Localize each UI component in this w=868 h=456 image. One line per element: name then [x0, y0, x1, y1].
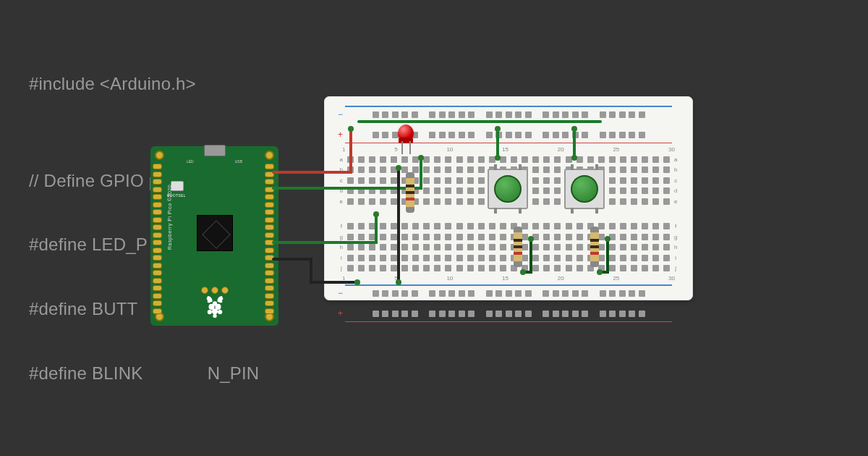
svg-point-5 — [218, 310, 222, 314]
pico-usb-port — [204, 145, 226, 156]
pico-pin[interactable] — [265, 217, 274, 223]
svg-point-2 — [212, 301, 216, 305]
raspberry-pi-logo-icon — [204, 294, 226, 318]
breadboard-column-numbers-bottom: 151015202530 — [339, 275, 678, 282]
pico-usb-label: USB — [235, 159, 242, 164]
pico-pin[interactable] — [265, 202, 274, 208]
pico-pin[interactable] — [265, 263, 274, 269]
pico-pin[interactable] — [153, 202, 162, 208]
pico-bootsel-button[interactable] — [171, 181, 184, 191]
pico-pin[interactable] — [153, 209, 162, 215]
pico-pin[interactable] — [265, 308, 274, 314]
pico-pin[interactable] — [265, 209, 274, 215]
breadboard-terminal-strip-bottom[interactable]: ffgghhiijj — [339, 221, 678, 274]
raspberry-pi-pico-board[interactable]: LED USB BOOTSEL Raspberry Pi Pico ©2020 — [150, 146, 278, 326]
pico-pin[interactable] — [153, 179, 162, 185]
pico-pin[interactable] — [153, 300, 162, 306]
pico-pin[interactable] — [153, 164, 162, 169]
pico-pin[interactable] — [265, 300, 274, 306]
svg-point-6 — [213, 314, 216, 318]
pico-pin[interactable] — [265, 179, 274, 185]
pico-pin[interactable] — [153, 224, 162, 230]
pico-pin[interactable] — [265, 164, 274, 169]
pico-pin[interactable] — [153, 217, 162, 223]
pico-pin[interactable] — [153, 255, 162, 261]
pico-mounting-hole — [265, 151, 274, 160]
svg-point-4 — [207, 310, 211, 314]
pico-pin[interactable] — [265, 240, 274, 245]
pico-pin[interactable] — [265, 248, 274, 253]
pico-pin[interactable] — [265, 224, 274, 230]
code-line-6: #define BLINK N_PIN — [29, 358, 413, 389]
pico-pin[interactable] — [153, 285, 162, 291]
breadboard-bottom-positive-rail[interactable]: + — [339, 303, 678, 324]
pico-pin[interactable] — [265, 194, 274, 200]
pico-pins-right[interactable] — [265, 164, 276, 314]
pico-pin[interactable] — [265, 285, 274, 291]
breadboard-top-positive-rail[interactable]: + — [339, 124, 678, 145]
pico-mounting-hole — [155, 151, 164, 160]
pico-pin[interactable] — [265, 232, 274, 238]
pico-board-text: Raspberry Pi Pico ©2020 — [167, 185, 172, 250]
pico-debug-pins — [201, 287, 229, 294]
pico-pin[interactable] — [153, 263, 162, 269]
pico-rp2040-chip — [197, 215, 233, 251]
pico-pin[interactable] — [153, 278, 162, 284]
pico-pin[interactable] — [265, 255, 274, 261]
breadboard-terminal-strip-top[interactable]: aabbccddee — [339, 154, 678, 207]
pico-pin[interactable] — [153, 232, 162, 238]
breadboard-bottom-negative-rail[interactable]: − — [339, 283, 678, 303]
pico-pin[interactable] — [153, 240, 162, 245]
pico-pin[interactable] — [265, 278, 274, 284]
pico-pin[interactable] — [153, 172, 162, 177]
pico-pin[interactable] — [153, 270, 162, 276]
pico-pin[interactable] — [265, 187, 274, 193]
pico-pin[interactable] — [153, 187, 162, 193]
pico-led-label: LED — [187, 159, 194, 164]
breadboard-column-numbers-top: 151015202530 — [339, 146, 678, 153]
breadboard-center-divider — [339, 208, 678, 220]
breadboard[interactable]: − + 151015202530 aabbccddee ffgghhiijj 1… — [324, 96, 693, 300]
pico-pin[interactable] — [265, 172, 274, 177]
breadboard-top-negative-rail[interactable]: − — [339, 104, 678, 124]
pico-pin[interactable] — [265, 270, 274, 276]
pico-pin[interactable] — [153, 194, 162, 200]
svg-point-3 — [211, 308, 217, 314]
pico-pins-left[interactable] — [153, 164, 164, 314]
pico-pin[interactable] — [265, 293, 274, 299]
pico-pin[interactable] — [153, 248, 162, 253]
pico-pin[interactable] — [153, 293, 162, 299]
pico-pin[interactable] — [153, 308, 162, 314]
